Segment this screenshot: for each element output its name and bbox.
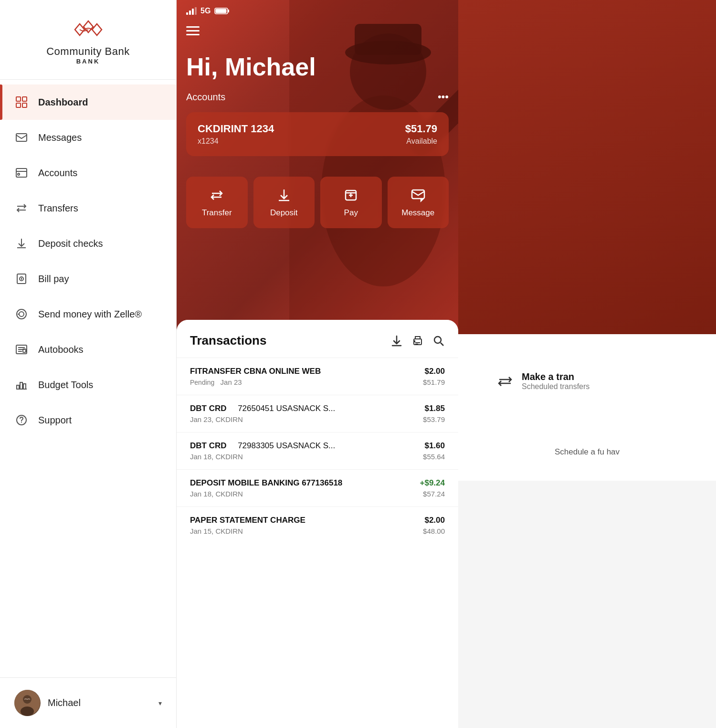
messages-icon xyxy=(14,130,29,145)
zelle-icon xyxy=(14,307,29,321)
account-number: x1234 xyxy=(198,137,274,146)
txn-name: DBT CRD 72983305 USASNACK S... xyxy=(190,441,335,451)
sidebar: Community Bank BANK Dashboard xyxy=(0,0,177,728)
hero-illustration xyxy=(289,0,458,334)
scheduled-transfers-label: Scheduled transfers xyxy=(522,382,590,391)
sidebar-item-dashboard-label: Dashboard xyxy=(38,97,88,108)
message-button[interactable]: Message xyxy=(388,177,449,228)
table-row[interactable]: DBT CRD 72983305 USASNACK S... Jan 18, C… xyxy=(177,432,458,469)
txn-date: Jan 18 xyxy=(190,453,211,461)
support-icon xyxy=(14,413,29,427)
sidebar-item-transfers[interactable]: Transfers xyxy=(0,190,176,226)
txn-name: DEPOSIT MOBILE BANKING 677136518 xyxy=(190,478,342,488)
logo-community-text: Community Bank xyxy=(46,45,130,58)
transactions-title: Transactions xyxy=(190,333,266,348)
txn-name: PAPER STATEMENT CHARGE xyxy=(190,516,305,525)
txn-account: CKDIRN xyxy=(215,527,243,535)
chevron-down-icon: ▾ xyxy=(158,699,162,707)
account-balance: $51.79 xyxy=(405,123,437,135)
sidebar-item-zelle[interactable]: Send money with Zelle® xyxy=(0,296,176,332)
svg-rect-28 xyxy=(414,341,415,342)
hamburger-button[interactable] xyxy=(186,26,200,35)
sidebar-item-transfers-label: Transfers xyxy=(38,203,78,214)
svg-rect-21 xyxy=(355,24,421,55)
sidebar-item-zelle-label: Send money with Zelle® xyxy=(38,309,142,320)
transactions-section: Transactions xyxy=(177,320,458,728)
logo-bank-text: BANK xyxy=(76,58,100,65)
avatar xyxy=(14,690,41,716)
txn-date: Jan 23 xyxy=(221,378,242,386)
hero-greeting: Hi, Michael xyxy=(186,53,316,81)
transfer-widget-icon xyxy=(495,372,515,391)
txn-date: Jan 23 xyxy=(190,415,211,423)
txn-status: Pending xyxy=(190,379,214,386)
txn-meta: Jan 18, CKDIRN xyxy=(190,453,335,461)
txn-balance: $51.79 xyxy=(423,378,445,386)
account-name: CKDIRINT 1234 xyxy=(198,123,274,135)
transactions-header: Transactions xyxy=(177,320,458,358)
accounts-section-label: Accounts xyxy=(186,92,225,103)
txn-amount: $1.85 xyxy=(423,404,445,413)
user-name-label: Michael xyxy=(48,697,151,708)
svg-rect-26 xyxy=(412,190,424,199)
txn-balance: $55.64 xyxy=(423,453,445,461)
svg-rect-0 xyxy=(16,97,21,101)
txn-amount: +$9.24 xyxy=(420,478,445,488)
sidebar-item-accounts[interactable]: Accounts xyxy=(0,155,176,190)
transfer-button[interactable]: Transfer xyxy=(186,177,248,228)
action-buttons-row: Transfer Deposit xyxy=(186,177,449,228)
print-transactions-button[interactable] xyxy=(411,335,424,347)
txn-amount: $1.60 xyxy=(423,441,445,451)
txn-date: Jan 18 xyxy=(190,490,211,498)
sidebar-item-bill-pay-label: Bill pay xyxy=(38,274,69,285)
status-bar: 5G xyxy=(177,0,458,21)
table-row[interactable]: DBT CRD 72650451 USASNACK S... Jan 23, C… xyxy=(177,395,458,432)
logo-area: Community Bank BANK xyxy=(0,0,176,80)
table-row[interactable]: FITRANSFER CBNA ONLINE WEB Pending Jan 2… xyxy=(177,358,458,395)
sidebar-item-support[interactable]: Support xyxy=(0,402,176,438)
account-available-label: Available xyxy=(405,137,437,146)
search-transactions-button[interactable] xyxy=(432,335,445,347)
budget-tools-icon xyxy=(14,378,29,392)
txn-account: CKDIRN xyxy=(215,490,243,498)
deposit-button[interactable]: Deposit xyxy=(253,177,315,228)
sidebar-item-messages[interactable]: Messages xyxy=(0,120,176,155)
deposit-icon xyxy=(276,187,292,203)
sidebar-item-autobooks[interactable]: Autobooks xyxy=(0,332,176,367)
table-row[interactable]: DEPOSIT MOBILE BANKING 677136518 Jan 18,… xyxy=(177,469,458,506)
txn-amount: $2.00 xyxy=(423,367,445,376)
svg-point-29 xyxy=(434,337,441,343)
table-row[interactable]: PAPER STATEMENT CHARGE Jan 15, CKDIRN $2… xyxy=(177,506,458,544)
txn-account: CKDIRN xyxy=(215,453,243,461)
user-profile-footer[interactable]: Michael ▾ xyxy=(0,677,176,728)
download-transactions-button[interactable] xyxy=(390,335,403,347)
svg-rect-5 xyxy=(16,169,27,177)
hero-section: 5G Hi, Michael Accounts ••• xyxy=(177,0,458,334)
sidebar-item-budget-tools[interactable]: Budget Tools xyxy=(0,367,176,402)
transfer-icon xyxy=(209,187,225,203)
more-options-button[interactable]: ••• xyxy=(438,91,449,103)
account-card[interactable]: CKDIRINT 1234 x1234 $51.79 Available xyxy=(186,112,449,156)
right-panel-bottom: Make a tran Scheduled transfers Schedule… xyxy=(458,334,716,481)
sidebar-item-dashboard[interactable]: Dashboard xyxy=(0,84,176,120)
autobooks-icon xyxy=(14,342,29,357)
message-button-label: Message xyxy=(401,208,434,218)
pay-icon xyxy=(343,187,359,203)
sidebar-item-deposit-checks[interactable]: Deposit checks xyxy=(0,226,176,261)
transactions-actions xyxy=(390,335,445,347)
svg-rect-23 xyxy=(228,10,229,12)
transfer-widget-title: Make a tran xyxy=(522,371,590,382)
txn-amount: $2.00 xyxy=(423,516,445,525)
schedule-cta-text: Schedule a fu hav xyxy=(473,438,702,466)
txn-balance: $48.00 xyxy=(423,527,445,535)
sidebar-item-bill-pay[interactable]: Bill pay xyxy=(0,261,176,296)
network-type-label: 5G xyxy=(200,7,211,15)
txn-meta: Pending Jan 23 xyxy=(190,378,321,386)
pay-button[interactable]: Pay xyxy=(320,177,382,228)
sidebar-item-budget-tools-label: Budget Tools xyxy=(38,380,93,390)
battery-icon xyxy=(214,7,230,15)
txn-meta: Jan 15, CKDIRN xyxy=(190,527,305,535)
sidebar-navigation: Dashboard Messages Accounts xyxy=(0,80,176,677)
svg-point-10 xyxy=(19,312,24,317)
deposit-checks-icon xyxy=(14,236,29,251)
